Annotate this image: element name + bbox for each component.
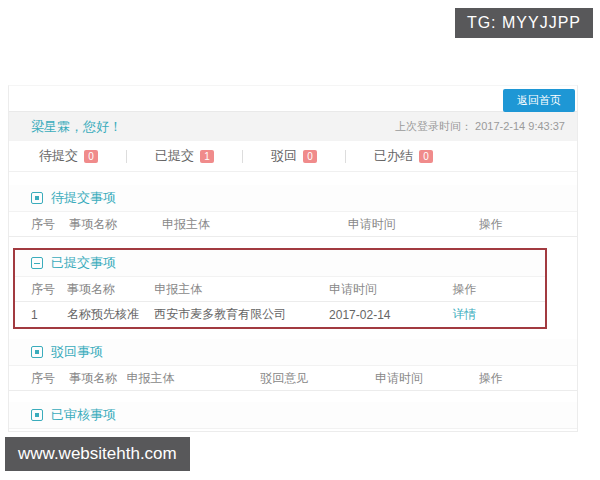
tab-label: 已办结: [374, 147, 413, 165]
tab-count-badge: 0: [84, 150, 98, 163]
column-header: 操作: [479, 216, 577, 233]
column-header: 序号: [31, 216, 69, 233]
tab-label: 驳回: [271, 147, 297, 165]
square-list-icon: [31, 346, 43, 358]
column-header: 操作: [452, 281, 545, 298]
square-list-icon: [31, 192, 43, 204]
toolbar-row: 返回首页: [9, 86, 577, 111]
section-title: 已审核事项: [9, 402, 577, 429]
tab-count-badge: 0: [419, 150, 433, 163]
section-2: 驳回事项序号事项名称申报主体驳回意见申请时间操作: [9, 339, 577, 391]
column-header: 驳回意见: [260, 370, 375, 387]
column-header: 操作: [479, 370, 577, 387]
greeting-text: 梁星霖，您好！: [31, 118, 122, 136]
watermark-bottom: www.websitehth.com: [5, 437, 190, 471]
section-0: 待提交事项序号事项名称申报主体申请时间操作: [9, 185, 577, 237]
section-title-text: 已审核事项: [51, 406, 116, 424]
section-title: 待提交事项: [9, 185, 577, 212]
tab-已办结[interactable]: 已办结0: [374, 147, 433, 165]
square-list-icon: [31, 409, 43, 421]
table-cell: 西安市麦多教育有限公司: [154, 306, 329, 323]
table-header-row: 序号事项名称申报主体驳回意见申请时间操作: [9, 366, 577, 391]
column-header: 序号: [31, 370, 69, 387]
section-1-highlighted: 已提交事项序号事项名称申报主体申请时间操作1名称预先核准西安市麦多教育有限公司2…: [13, 248, 547, 329]
tab-驳回[interactable]: 驳回0: [271, 147, 317, 165]
section-title-text: 已提交事项: [51, 254, 116, 272]
back-home-button[interactable]: 返回首页: [503, 89, 575, 112]
sections: 待提交事项序号事项名称申报主体申请时间操作已提交事项序号事项名称申报主体申请时间…: [9, 172, 577, 429]
tab-divider: [126, 150, 127, 163]
column-header: 事项名称: [69, 370, 126, 387]
column-header: 申报主体: [127, 370, 261, 387]
column-header: 申请时间: [348, 216, 479, 233]
tab-已提交[interactable]: 已提交1: [155, 147, 214, 165]
greeting-bar: 梁星霖，您好！ 上次登录时间： 2017-2-14 9:43:37: [9, 111, 577, 141]
column-header: 事项名称: [69, 216, 162, 233]
table-header-row: 序号事项名称申报主体申请时间操作: [15, 277, 545, 302]
last-login-label: 上次登录时间：: [395, 120, 472, 132]
table-row: 1名称预先核准西安市麦多教育有限公司2017-02-14详情: [15, 302, 545, 327]
section-title-text: 驳回事项: [51, 343, 103, 361]
last-login-value: 2017-2-14 9:43:37: [475, 120, 565, 132]
table-header-row: 序号事项名称申报主体申请时间操作: [9, 212, 577, 237]
action-cell: 详情: [452, 306, 545, 323]
section-3: 已审核事项: [9, 402, 577, 429]
tab-count-badge: 0: [303, 150, 317, 163]
tab-label: 已提交: [155, 147, 194, 165]
column-header: 申报主体: [154, 281, 329, 298]
section-title: 驳回事项: [9, 339, 577, 366]
column-header: 申请时间: [329, 281, 452, 298]
tabs-row: 待提交0已提交1驳回0已办结0: [9, 141, 577, 172]
tab-divider: [242, 150, 243, 163]
last-login: 上次登录时间： 2017-2-14 9:43:37: [395, 119, 565, 134]
tab-divider: [345, 150, 346, 163]
content-panel: 返回首页 梁星霖，您好！ 上次登录时间： 2017-2-14 9:43:37 待…: [8, 85, 578, 432]
section-title-text: 待提交事项: [51, 189, 116, 207]
column-header: 事项名称: [67, 281, 154, 298]
tab-label: 待提交: [39, 147, 78, 165]
tab-待提交[interactable]: 待提交0: [39, 147, 98, 165]
column-header: 序号: [31, 281, 67, 298]
detail-link[interactable]: 详情: [452, 307, 476, 321]
table-cell: 1: [31, 308, 67, 322]
watermark-top: TG: MYYJJPP: [455, 8, 593, 38]
column-header: 申报主体: [162, 216, 348, 233]
tab-count-badge: 1: [200, 150, 214, 163]
column-header: 申请时间: [375, 370, 479, 387]
table-cell: 名称预先核准: [67, 306, 154, 323]
calendar-list-icon: [31, 257, 43, 269]
page: TG: MYYJJPP 返回首页 梁星霖，您好！ 上次登录时间： 2017-2-…: [0, 0, 600, 480]
section-title: 已提交事项: [15, 250, 545, 277]
table-cell: 2017-02-14: [329, 308, 452, 322]
